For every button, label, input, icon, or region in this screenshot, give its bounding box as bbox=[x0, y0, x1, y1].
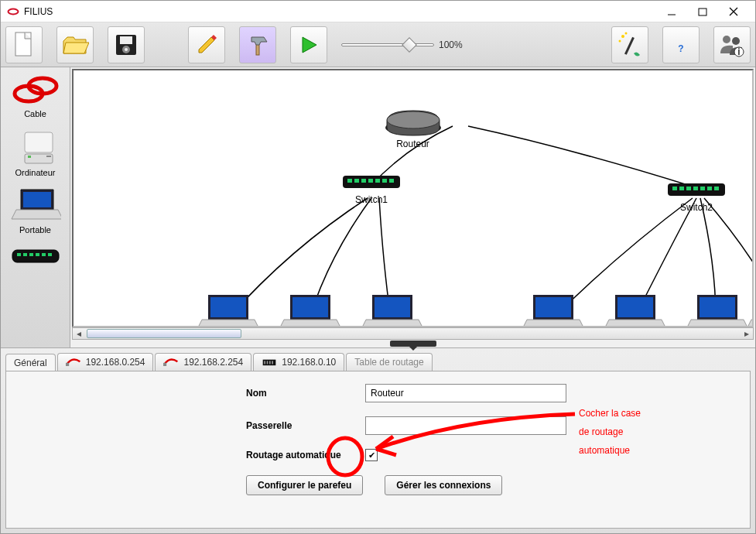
tab-label: Table de routage bbox=[354, 357, 423, 368]
play-icon bbox=[298, 34, 320, 56]
laptop-icon bbox=[10, 187, 61, 224]
svg-rect-31 bbox=[36, 253, 39, 256]
scroll-right-arrow[interactable]: ▸ bbox=[741, 328, 753, 339]
svg-point-13 bbox=[625, 32, 628, 34]
svg-rect-55 bbox=[535, 297, 571, 317]
gateway-label: Passerelle bbox=[246, 420, 354, 431]
svg-rect-22 bbox=[25, 132, 53, 152]
splitter-handle[interactable] bbox=[70, 340, 755, 347]
minimize-button[interactable] bbox=[656, 1, 687, 22]
tab-interface-2[interactable]: 192.168.2.254 bbox=[155, 353, 251, 371]
properties-tabs: Général 192.168.0.254 192.168.2.254 192.… bbox=[1, 348, 755, 371]
configure-firewall-button[interactable]: Configurer le parefeu bbox=[246, 475, 363, 495]
name-label: Nom bbox=[246, 388, 354, 399]
open-file-button[interactable] bbox=[56, 26, 94, 63]
svg-rect-23 bbox=[25, 154, 53, 163]
wizard-button[interactable] bbox=[611, 26, 648, 63]
svg-rect-59 bbox=[66, 363, 69, 366]
svg-rect-32 bbox=[42, 253, 46, 256]
svg-rect-33 bbox=[48, 253, 52, 256]
tab-label: 192.168.0.254 bbox=[86, 357, 145, 368]
svg-rect-5 bbox=[15, 33, 31, 56]
zoom-track[interactable] bbox=[341, 43, 434, 46]
network-canvas[interactable]: Routeur Switch1 Switch2 bbox=[72, 69, 754, 327]
svg-point-17 bbox=[732, 37, 740, 45]
maximize-button[interactable] bbox=[687, 1, 718, 22]
svg-rect-7 bbox=[120, 36, 132, 44]
zoom-slider[interactable]: 100% bbox=[341, 39, 463, 50]
svg-point-9 bbox=[125, 48, 128, 51]
new-file-icon bbox=[12, 31, 36, 59]
component-palette: Cable Ordinateur Portable bbox=[1, 67, 70, 347]
autoroute-label: Routage automatique bbox=[246, 450, 354, 460]
name-field[interactable] bbox=[365, 384, 566, 402]
svg-rect-56 bbox=[617, 297, 653, 317]
laptops-layer bbox=[74, 70, 752, 326]
svg-rect-30 bbox=[29, 253, 33, 256]
zoom-value: 100% bbox=[439, 39, 463, 50]
svg-rect-63 bbox=[267, 361, 269, 364]
svg-rect-65 bbox=[272, 361, 274, 364]
svg-rect-2 bbox=[699, 9, 706, 15]
title-bar: FILIUS bbox=[1, 1, 755, 22]
svg-rect-29 bbox=[23, 253, 27, 256]
svg-rect-25 bbox=[46, 156, 51, 157]
save-file-button[interactable] bbox=[108, 26, 145, 63]
main-area: Cable Ordinateur Portable bbox=[1, 67, 755, 347]
close-button[interactable] bbox=[718, 1, 749, 22]
palette-label: Portable bbox=[19, 225, 51, 234]
annotation-text: Cocher la case de routage automatique bbox=[579, 402, 641, 457]
properties-panel: Général 192.168.0.254 192.168.2.254 192.… bbox=[1, 347, 755, 533]
save-icon bbox=[114, 33, 139, 57]
tab-general-body: Nom Passerelle Routage automatique ✔ Con… bbox=[5, 371, 751, 529]
canvas-hscrollbar[interactable]: ◂ ▸ bbox=[72, 327, 754, 340]
hammer-icon bbox=[245, 33, 270, 57]
svg-rect-64 bbox=[269, 361, 271, 364]
svg-rect-62 bbox=[265, 361, 266, 364]
palette-item-laptop[interactable]: Portable bbox=[4, 185, 67, 239]
nic-black-icon bbox=[262, 357, 277, 368]
tab-interface-3[interactable]: 192.168.0.10 bbox=[253, 353, 344, 371]
desktop-icon bbox=[14, 128, 57, 166]
tab-interface-1[interactable]: 192.168.0.254 bbox=[57, 353, 154, 371]
svg-rect-26 bbox=[23, 192, 51, 207]
about-button[interactable]: i bbox=[713, 26, 751, 63]
pencil-icon bbox=[194, 33, 219, 57]
palette-item-cable[interactable]: Cable bbox=[4, 70, 67, 123]
scroll-left-arrow[interactable]: ◂ bbox=[73, 328, 85, 339]
svg-point-14 bbox=[619, 39, 621, 42]
main-toolbar: 100% ? i bbox=[1, 22, 755, 67]
autoroute-checkbox[interactable]: ✔ bbox=[365, 449, 378, 461]
help-button[interactable]: ? bbox=[662, 26, 700, 63]
palette-item-switch[interactable] bbox=[4, 242, 67, 273]
canvas-container: Routeur Switch1 Switch2 bbox=[70, 67, 755, 347]
tab-routing-table[interactable]: Table de routage bbox=[346, 353, 432, 371]
cable-icon bbox=[12, 72, 60, 108]
window-title: FILIUS bbox=[24, 6, 53, 17]
new-file-button[interactable] bbox=[5, 26, 43, 63]
svg-point-12 bbox=[621, 35, 624, 38]
svg-point-16 bbox=[723, 36, 730, 43]
gateway-field[interactable] bbox=[365, 416, 566, 435]
palette-item-desktop[interactable]: Ordinateur bbox=[4, 126, 67, 182]
app-logo-icon bbox=[7, 5, 19, 18]
zoom-thumb[interactable] bbox=[402, 37, 417, 53]
tab-general[interactable]: Général bbox=[5, 354, 56, 371]
manage-connections-button[interactable]: Gérer les connexions bbox=[385, 475, 502, 495]
svg-rect-53 bbox=[292, 297, 328, 317]
action-mode-button[interactable] bbox=[239, 26, 276, 63]
palette-label: Cable bbox=[24, 109, 46, 118]
svg-rect-11 bbox=[624, 36, 635, 54]
svg-text:i: i bbox=[737, 46, 740, 57]
people-info-icon: i bbox=[719, 32, 745, 58]
tab-label: 192.168.2.254 bbox=[183, 357, 243, 368]
cable-red-icon bbox=[66, 357, 81, 368]
folder-open-icon bbox=[61, 33, 89, 56]
svg-text:?: ? bbox=[678, 43, 683, 54]
svg-rect-60 bbox=[163, 363, 166, 366]
play-button[interactable] bbox=[290, 26, 327, 63]
palette-label: Ordinateur bbox=[15, 168, 56, 177]
design-mode-button[interactable] bbox=[188, 26, 225, 63]
svg-rect-54 bbox=[375, 297, 410, 317]
scroll-thumb[interactable] bbox=[87, 329, 241, 338]
